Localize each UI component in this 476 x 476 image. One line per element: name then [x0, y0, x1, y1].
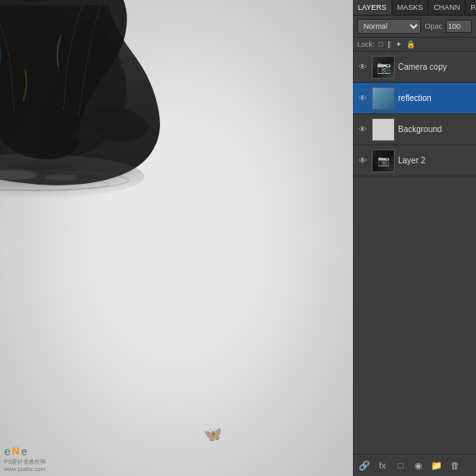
canvas-area: M AF NIKKOR Nikon D200	[0, 0, 353, 476]
layer-mask-button[interactable]: □	[393, 458, 408, 473]
watermark-logo-e: e	[4, 445, 11, 458]
watermark-site-url: www.psahz.com	[4, 466, 46, 472]
delete-layer-button[interactable]: 🗑	[447, 458, 462, 473]
blend-mode-row: Normal Dissolve Multiply Screen Overlay …	[353, 16, 476, 38]
layer-item-camera-copy[interactable]: 👁 📷 Camera copy	[353, 52, 476, 83]
layer-name-camera-copy: Camera copy	[398, 62, 472, 71]
layer-eye-background[interactable]: 👁	[357, 124, 368, 135]
svg-point-4	[45, 174, 77, 181]
blend-mode-select[interactable]: Normal Dissolve Multiply Screen Overlay	[357, 19, 421, 34]
lock-image-icon[interactable]: ∥	[387, 40, 391, 48]
lock-position-icon[interactable]: ✦	[396, 40, 402, 48]
svg-point-27	[73, 129, 105, 140]
layer-eye-camera-copy[interactable]: 👁	[357, 62, 368, 73]
layer-thumb-reflection	[372, 87, 395, 110]
layer-name-reflection: reflection	[398, 94, 472, 103]
new-group-button[interactable]: 📁	[429, 458, 444, 473]
tab-paths[interactable]: PATH	[465, 0, 476, 15]
layers-list: 👁 📷 Camera copy 👁 reflection 👁	[353, 52, 476, 454]
lock-label: Lock:	[357, 40, 375, 48]
opacity-input[interactable]	[446, 20, 472, 33]
lock-row: Lock: □ ∥ ✦ 🔒	[353, 38, 476, 52]
watermark-area: e N e PS爱好者教程网 www.psahz.com	[4, 445, 46, 472]
layers-panel: LAYERS MASKS CHANN PATH Normal Dissolve …	[353, 0, 476, 476]
layer-thumb-background	[372, 118, 395, 141]
panel-bottom-toolbar: 🔗 fx □ ◉ 📁 🗑	[353, 454, 476, 476]
watermark-logo-e2: e	[21, 445, 27, 458]
layer-eye-layer2[interactable]: 👁	[357, 155, 368, 167]
tab-layers[interactable]: LAYERS	[353, 0, 392, 15]
tab-channels[interactable]: CHANN	[428, 0, 465, 15]
canvas-artwork: M AF NIKKOR Nikon D200	[0, 0, 172, 218]
adjustment-button[interactable]: ◉	[411, 458, 426, 473]
layer-eye-reflection[interactable]: 👁	[357, 93, 368, 104]
opacity-label: Opac	[424, 22, 442, 30]
lock-transparent-icon[interactable]: □	[379, 40, 383, 48]
layer-name-background: Background	[398, 125, 472, 134]
watermark-site-cn: PS爱好者教程网	[4, 458, 46, 466]
butterfly-decoration: 🦋	[204, 425, 222, 443]
layer-name-layer2: Layer 2	[398, 156, 472, 165]
layer-item-reflection[interactable]: 👁 reflection	[353, 83, 476, 114]
layer-item-layer2[interactable]: 👁 📷 Layer 2	[353, 145, 476, 176]
layer-thumb-layer2: 📷	[372, 149, 395, 172]
lock-all-icon[interactable]: 🔒	[406, 40, 415, 48]
tab-masks[interactable]: MASKS	[392, 0, 429, 15]
layer-thumb-camera-copy: 📷	[372, 56, 395, 79]
watermark-logo-n: N	[12, 446, 20, 457]
layer-effects-button[interactable]: fx	[375, 458, 390, 473]
layer-item-background[interactable]: 👁 Background	[353, 114, 476, 145]
panel-tabs: LAYERS MASKS CHANN PATH	[353, 0, 476, 16]
link-layers-button[interactable]: 🔗	[357, 458, 372, 473]
